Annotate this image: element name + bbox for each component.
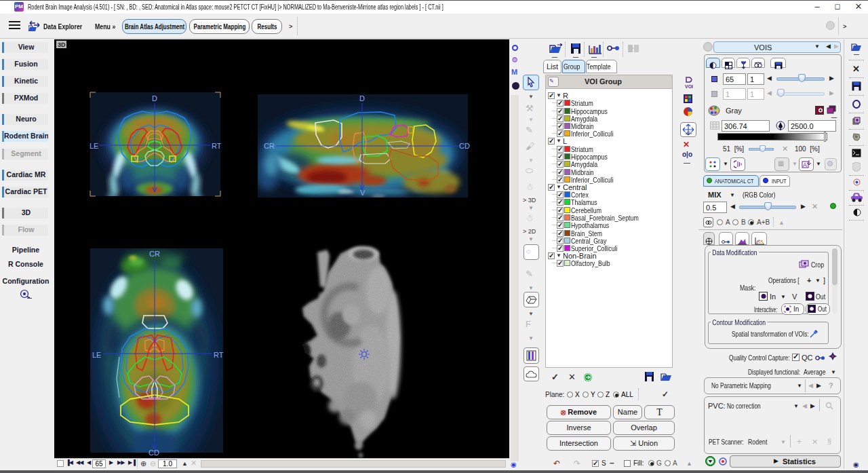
svg-text:D: D xyxy=(152,94,157,102)
svg-text:RT: RT xyxy=(212,142,222,150)
svg-text:LE: LE xyxy=(90,142,98,150)
svg-text:A: A xyxy=(803,162,807,168)
svg-text:CD: CD xyxy=(459,142,470,150)
svg-text:D: D xyxy=(359,94,365,102)
svg-text:CR: CR xyxy=(264,142,275,150)
svg-text:V: V xyxy=(360,189,366,197)
svg-text:VOI: VOI xyxy=(685,84,693,89)
svg-text:CR: CR xyxy=(149,250,160,258)
svg-text:VOI: VOI xyxy=(685,131,692,135)
svg-text:LE: LE xyxy=(92,351,101,359)
svg-text:3D: 3D xyxy=(58,41,66,48)
svg-text:CD: CD xyxy=(149,449,159,457)
svg-text:RT: RT xyxy=(214,351,224,359)
